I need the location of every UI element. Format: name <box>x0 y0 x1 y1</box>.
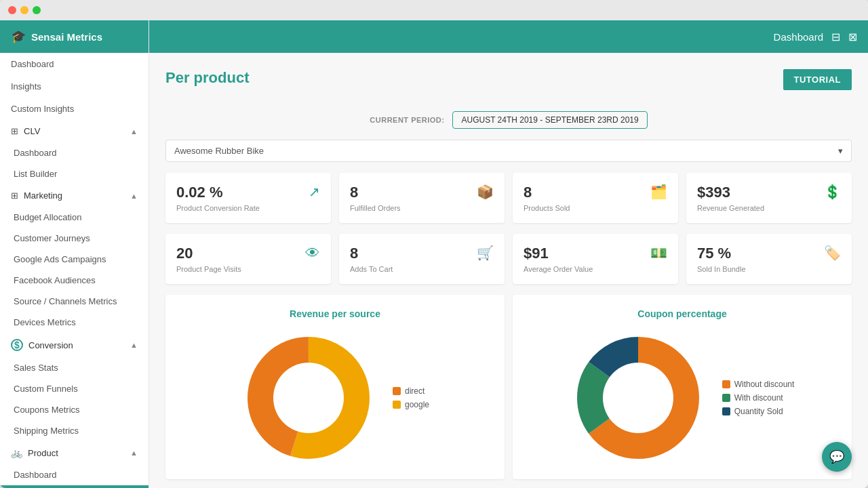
with-discount-label: With discount <box>734 393 783 403</box>
sidebar-section-marketing[interactable]: ⊞ Marketing ▲ <box>0 184 149 207</box>
metric-label-bundle: Sold In Bundle <box>697 265 746 273</box>
revenue-donut-svg <box>241 330 376 466</box>
metric-card-revenue: $393 Revenue Generated 💲 <box>686 173 852 223</box>
app-layout: 🎓 Sensai Metrics Dashboard Insights Cust… <box>0 20 868 488</box>
sidebar-section-clv[interactable]: ⊞ CLV ▲ <box>0 120 149 142</box>
sidebar-item-source-channels[interactable]: Source / Channels Metrics <box>0 291 149 312</box>
sidebar-section-clv-label: CLV <box>24 126 40 136</box>
minimize-button[interactable] <box>20 6 28 14</box>
metric-card-avg-order: $91 Average Order Value 💵 <box>513 234 678 284</box>
money-icon: 💵 <box>650 245 667 261</box>
coupon-legend-with-discount: With discount <box>722 393 795 403</box>
metrics-grid-row1: 0.02 % Product Conversion Rate ↗ 8 Fulfi… <box>165 173 852 223</box>
metric-label-products-sold: Products Sold <box>524 204 570 212</box>
direct-dot <box>393 387 401 395</box>
coupon-legend-no-discount: Without discount <box>722 380 795 389</box>
coupon-donut-container: Without discount With discount Quantity … <box>526 330 838 466</box>
save-icon[interactable]: ⊟ <box>831 30 840 43</box>
google-dot <box>393 401 401 409</box>
no-discount-label: Without discount <box>734 380 795 389</box>
metric-value-avg-order: $91 <box>524 245 593 262</box>
sidebar-item-insights[interactable]: Insights <box>0 75 149 98</box>
sidebar-item-customer-journeys[interactable]: Customer Journeys <box>0 228 149 249</box>
tutorial-button[interactable]: TUTORIAL <box>783 69 852 90</box>
period-label: CURRENT PERIOD: <box>370 116 444 124</box>
page-title: Per product <box>165 69 249 87</box>
metric-card-adds-to-cart: 8 Adds To Cart 🛒 <box>339 234 505 284</box>
sidebar-item-shipping-metrics[interactable]: Shipping Metrics <box>0 420 149 441</box>
sidebar-item-product-dashboard[interactable]: Dashboard <box>0 464 149 485</box>
sidebar-item-google-ads[interactable]: Google Ads Campaigns <box>0 249 149 270</box>
sidebar-item-sales-stats[interactable]: Sales Stats <box>0 357 149 378</box>
metric-label-fulfilled-orders: Fulfilled Orders <box>350 204 401 212</box>
coupon-legend-quantity-sold: Quantity Sold <box>722 407 795 416</box>
metric-card-fulfilled-orders: 8 Fulfilled Orders 📦 <box>339 173 505 223</box>
product-selected-value: Awesome Rubber Bike <box>174 146 264 156</box>
sidebar-item-facebook-audiences[interactable]: Facebook Audiences <box>0 270 149 291</box>
product-dropdown[interactable]: Awesome Rubber Bike ▾ <box>165 140 852 162</box>
metric-label-adds-to-cart: Adds To Cart <box>350 265 393 273</box>
maximize-button[interactable] <box>33 6 41 14</box>
metric-card-conversion-rate: 0.02 % Product Conversion Rate ↗ <box>165 173 331 223</box>
sidebar-section-product-label: Product <box>28 448 58 458</box>
period-row: CURRENT PERIOD: AUGUST 24TH 2019 - SEPTE… <box>165 111 852 129</box>
sidebar-section-product[interactable]: 🚲 Product ▲ <box>0 441 149 464</box>
close-button[interactable] <box>8 6 16 14</box>
period-value[interactable]: AUGUST 24TH 2019 - SEPTEMBER 23RD 2019 <box>452 111 647 129</box>
coupon-percentage-chart: Coupon percentage <box>513 295 852 479</box>
revenue-per-source-chart: Revenue per source d <box>165 295 505 479</box>
metric-label-page-visits: Product Page Visits <box>176 265 241 273</box>
conversion-icon: $ <box>11 339 23 351</box>
traffic-lights <box>8 6 41 14</box>
metric-value-revenue: $393 <box>697 184 764 201</box>
sidebar-section-marketing-label: Marketing <box>24 190 62 201</box>
sidebar-label-dashboard: Dashboard <box>11 59 54 69</box>
sidebar-item-devices-metrics[interactable]: Devices Metrics <box>0 312 149 333</box>
topnav-title: Dashboard <box>774 31 823 43</box>
sidebar-label-insights: Insights <box>11 81 41 92</box>
revenue-legend: direct google <box>393 386 429 409</box>
brand-name: Sensai Metrics <box>31 31 102 43</box>
metric-label-avg-order: Average Order Value <box>524 265 593 273</box>
main-area: Dashboard ⊟ ⊠ Per product TUTORIAL CURRE… <box>149 20 868 488</box>
export-icon[interactable]: ⊠ <box>848 30 857 43</box>
sidebar-item-custom-insights[interactable]: Custom Insights <box>0 98 149 120</box>
page-content: Per product TUTORIAL CURRENT PERIOD: AUG… <box>149 53 868 488</box>
quantity-sold-label: Quantity Sold <box>734 407 783 416</box>
sidebar-section-conversion[interactable]: $ Conversion ▲ <box>0 333 149 357</box>
sidebar-item-coupons-metrics[interactable]: Coupons Metrics <box>0 399 149 420</box>
coupon-legend: Without discount With discount Quantity … <box>722 380 795 416</box>
coupon-chart-title: Coupon percentage <box>526 308 838 319</box>
sidebar: 🎓 Sensai Metrics Dashboard Insights Cust… <box>0 20 149 488</box>
chat-icon: 💬 <box>829 449 844 464</box>
folder-icon: 🗂️ <box>650 184 667 200</box>
charts-row: Revenue per source d <box>165 295 852 479</box>
dropdown-chevron-icon: ▾ <box>838 146 843 156</box>
sidebar-item-clv-dashboard[interactable]: Dashboard <box>0 142 149 163</box>
product-icon: 🚲 <box>11 447 22 458</box>
package-icon: 📦 <box>477 184 494 200</box>
metrics-grid-row2: 20 Product Page Visits 👁 8 Adds To Cart … <box>165 234 852 284</box>
sidebar-item-custom-funnels[interactable]: Custom Funnels <box>0 378 149 399</box>
product-chevron-icon: ▲ <box>130 449 138 457</box>
revenue-donut-container: direct google <box>179 330 491 466</box>
metric-card-products-sold: 8 Products Sold 🗂️ <box>513 173 678 223</box>
sidebar-item-metrics-by-product[interactable]: Metrics By Product <box>0 485 149 488</box>
google-label: google <box>405 400 429 409</box>
sidebar-item-dashboard[interactable]: Dashboard <box>0 53 149 75</box>
conversion-chevron-icon: ▲ <box>130 341 138 349</box>
sidebar-item-budget-allocation[interactable]: Budget Allocation <box>0 207 149 228</box>
logo-icon: 🎓 <box>11 29 26 44</box>
app-window: 🎓 Sensai Metrics Dashboard Insights Cust… <box>0 0 868 488</box>
sidebar-item-list-builder[interactable]: List Builder <box>0 163 149 184</box>
metric-card-page-visits: 20 Product Page Visits 👁 <box>165 234 331 284</box>
revenue-legend-direct: direct <box>393 386 429 396</box>
chat-button[interactable]: 💬 <box>822 442 852 472</box>
metric-value-adds-to-cart: 8 <box>350 245 393 262</box>
sidebar-label-custom-insights: Custom Insights <box>11 104 74 114</box>
trend-up-icon: ↗ <box>309 184 320 200</box>
metric-value-bundle: 75 % <box>697 245 746 262</box>
dollar-icon: 💲 <box>824 184 841 200</box>
svg-point-2 <box>273 363 344 433</box>
tag-icon: 🏷️ <box>824 245 841 261</box>
